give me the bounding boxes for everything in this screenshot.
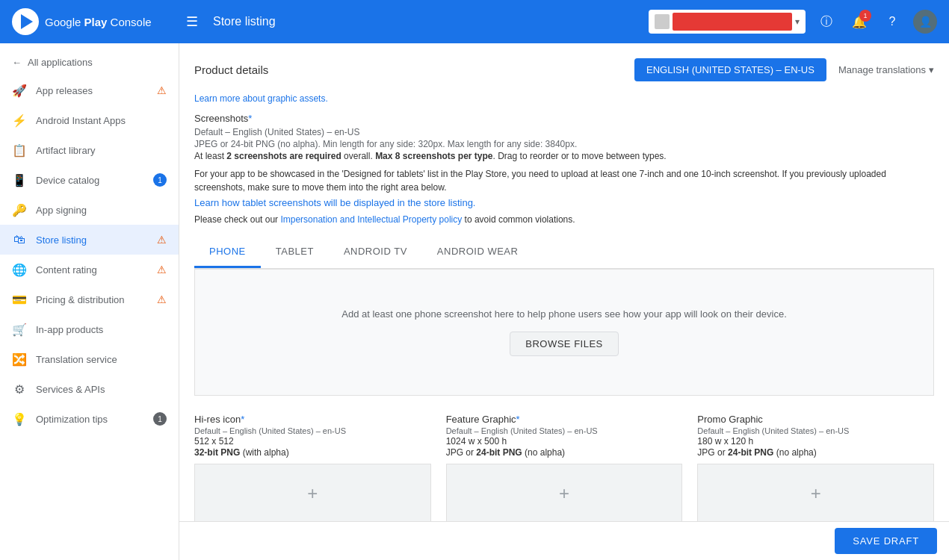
promo-graphic-section: Promo Graphic Default – English (United … <box>697 414 934 535</box>
sidebar-item-app-releases[interactable]: 🚀 App releases ⚠ <box>0 75 179 105</box>
back-label: All applications <box>28 57 93 68</box>
sidebar: ← All applications 🚀 App releases ⚠ ⚡ An… <box>0 43 179 560</box>
browse-files-button[interactable]: BROWSE FILES <box>510 332 619 356</box>
policy-text-1: Please check out our <box>194 214 280 225</box>
hi-res-icon-title: Hi-res icon* <box>194 414 431 425</box>
dropdown-arrow-icon[interactable]: ▾ <box>795 16 800 27</box>
sidebar-item-store-listing[interactable]: 🛍 Store listing ⚠ <box>0 225 179 255</box>
info-button[interactable]: ⓘ <box>814 10 838 34</box>
sidebar-item-device-catalog[interactable]: 📱 Device catalog 1 <box>0 165 179 195</box>
hi-res-icon-format: 32-bit PNG (with alpha) <box>194 447 431 458</box>
required-text-2: overall. <box>341 151 375 161</box>
search-area[interactable]: ▾ <box>649 10 806 34</box>
feature-graphic-label: Feature Graphic <box>446 414 516 425</box>
manage-translations-chevron-icon: ▾ <box>929 64 934 75</box>
device-type-tabs: PHONE TABLET ANDROID TV ANDROID WEAR <box>194 237 934 269</box>
sidebar-label-optimization-tips: Optimization tips <box>36 414 144 425</box>
tab-phone[interactable]: PHONE <box>194 237 261 268</box>
hi-res-icon-upload-box[interactable]: + <box>194 464 431 523</box>
policy-text-2: to avoid common violations. <box>462 214 575 225</box>
user-avatar[interactable]: 👤 <box>913 10 937 34</box>
device-catalog-badge: 1 <box>153 173 167 187</box>
optimization-tips-badge: 1 <box>153 412 167 426</box>
sidebar-item-android-instant[interactable]: ⚡ Android Instant Apps <box>0 105 179 135</box>
feature-graphic-section: Feature Graphic* Default – English (Unit… <box>446 414 683 535</box>
store-listing-icon: 🛍 <box>12 232 27 247</box>
manage-translations-label: Manage translations <box>838 64 926 75</box>
avatar-icon: 👤 <box>919 16 932 28</box>
screenshots-section-label: Screenshots* <box>194 113 934 124</box>
impersonation-policy-link[interactable]: Impersonation and Intellectual Property … <box>280 214 462 225</box>
screenshots-required-info: At least 2 screenshots are required over… <box>194 151 934 161</box>
hi-res-icon-label: Hi-res icon <box>194 414 241 425</box>
sidebar-label-services-apis: Services & APIs <box>36 384 167 395</box>
back-arrow-icon: ← <box>12 57 22 68</box>
manage-translations-button[interactable]: Manage translations ▾ <box>838 64 934 75</box>
sidebar-label-device-catalog: Device catalog <box>36 175 144 186</box>
promo-graphic-format: JPG or 24-bit PNG (no alpha) <box>697 447 934 458</box>
tab-android-tv[interactable]: ANDROID TV <box>329 237 422 268</box>
notification-badge: 1 <box>859 10 871 22</box>
tablet-link-wrapper: Learn how tablet screenshots will be dis… <box>194 197 934 208</box>
save-draft-button[interactable]: SAVE DRAFT <box>835 528 937 554</box>
promo-graphic-locale: Default – English (United States) – en-U… <box>697 426 934 435</box>
search-input[interactable] <box>673 13 792 31</box>
sidebar-item-optimization-tips[interactable]: 💡 Optimization tips 1 <box>0 404 179 434</box>
promo-graphic-upload-box[interactable]: + <box>697 464 934 523</box>
logo-icon <box>12 8 39 35</box>
sidebar-label-translation-service: Translation service <box>36 354 167 365</box>
sidebar-item-content-rating[interactable]: 🌐 Content rating ⚠ <box>0 255 179 284</box>
sidebar-item-in-app-products[interactable]: 🛒 In-app products <box>0 314 179 344</box>
promo-graphic-title: Promo Graphic <box>697 414 934 425</box>
promo-graphic-size: 180 w x 120 h <box>697 436 934 447</box>
tab-tablet[interactable]: TABLET <box>261 237 329 268</box>
feature-graphic-required-star: * <box>516 414 520 425</box>
sidebar-item-services-apis[interactable]: ⚙ Services & APIs <box>0 374 179 404</box>
optimization-tips-icon: 💡 <box>12 411 27 426</box>
sidebar-item-pricing-distribution[interactable]: 💳 Pricing & distribution ⚠ <box>0 284 179 314</box>
tab-android-wear[interactable]: ANDROID WEAR <box>422 237 534 268</box>
hi-res-icon-required-star: * <box>241 414 244 425</box>
sidebar-item-app-signing[interactable]: 🔑 App signing <box>0 195 179 225</box>
screenshots-label-text: Screenshots <box>194 113 248 124</box>
store-listing-warning-icon: ⚠ <box>157 234 167 246</box>
sidebar-item-artifact-library[interactable]: 📋 Artifact library <box>0 135 179 165</box>
hi-res-icon-locale: Default – English (United States) – en-U… <box>194 426 431 435</box>
graphic-assets-row: Hi-res icon* Default – English (United S… <box>194 414 934 535</box>
feature-graphic-format: JPG or 24-bit PNG (no alpha) <box>446 447 683 458</box>
hi-res-icon-plus-icon: + <box>307 483 318 504</box>
phone-screenshot-upload-area[interactable]: Add at least one phone screenshot here t… <box>194 269 934 396</box>
header-right-area: ▾ ⓘ 🔔 1 ? 👤 <box>649 10 937 34</box>
search-icon <box>655 14 670 29</box>
sidebar-label-app-releases: App releases <box>36 85 148 96</box>
artifact-library-icon: 📋 <box>12 143 27 158</box>
pricing-distribution-icon: 💳 <box>12 292 27 307</box>
sidebar-item-translation-service[interactable]: 🔀 Translation service <box>0 344 179 374</box>
help-icon: ? <box>889 15 896 28</box>
sidebar-label-app-signing: App signing <box>36 205 167 216</box>
help-button[interactable]: ? <box>880 10 904 34</box>
language-select-button[interactable]: ENGLISH (UNITED STATES) – EN-US <box>634 58 826 81</box>
logo-triangle <box>21 14 33 29</box>
learn-more-link[interactable]: Learn more about graphic assets. <box>194 93 934 104</box>
app-releases-icon: 🚀 <box>12 83 27 98</box>
content-rating-warning-icon: ⚠ <box>157 264 167 276</box>
tablet-info-text: For your app to be showcased in the 'Des… <box>194 167 934 194</box>
sidebar-label-pricing-distribution: Pricing & distribution <box>36 294 148 305</box>
tablet-screenshots-link[interactable]: Learn how tablet screenshots will be dis… <box>194 197 476 208</box>
back-to-all-apps[interactable]: ← All applications <box>0 49 179 75</box>
feature-graphic-size: 1024 w x 500 h <box>446 436 683 447</box>
sidebar-label-content-rating: Content rating <box>36 264 148 276</box>
feature-graphic-plus-icon: + <box>559 483 569 504</box>
content-area: Product details ENGLISH (UNITED STATES) … <box>179 43 949 560</box>
app-title: Google Play Console <box>45 16 152 28</box>
main-content-card: Product details ENGLISH (UNITED STATES) … <box>179 43 949 560</box>
feature-graphic-locale: Default – English (United States) – en-U… <box>446 426 683 435</box>
notifications-button[interactable]: 🔔 1 <box>847 10 871 34</box>
feature-graphic-upload-box[interactable]: + <box>446 464 683 523</box>
sidebar-label-store-listing: Store listing <box>36 234 148 246</box>
promo-graphic-plus-icon: + <box>811 483 821 504</box>
sidebar-label-android-instant: Android Instant Apps <box>36 115 167 126</box>
hamburger-button[interactable]: ☰ <box>186 13 198 30</box>
hi-res-icon-size: 512 x 512 <box>194 436 431 447</box>
